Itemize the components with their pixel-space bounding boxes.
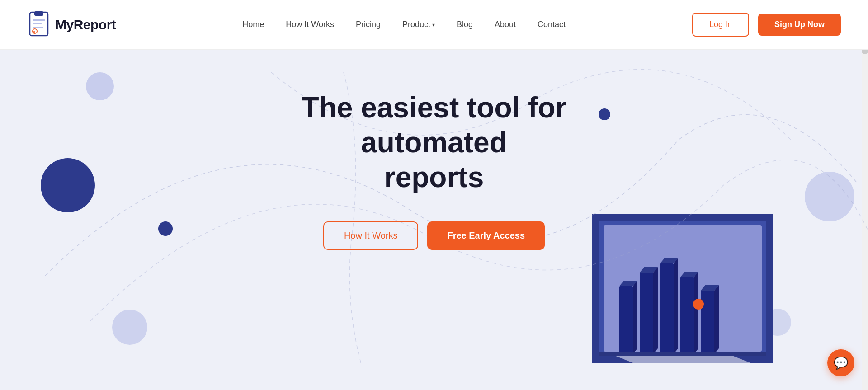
nav-item-how-it-works[interactable]: How It Works <box>286 20 334 29</box>
hero-title: The easiest tool for automated reports <box>253 90 615 194</box>
logo[interactable]: a MyReport <box>27 11 116 38</box>
circle-light-right-large <box>805 172 854 221</box>
brand-name: MyReport <box>55 17 116 33</box>
svg-rect-22 <box>701 291 714 354</box>
signup-button[interactable]: Sign Up Now <box>758 14 841 36</box>
nav-link-how-it-works[interactable]: How It Works <box>286 20 334 29</box>
chat-bubble-button[interactable]: 💬 <box>827 349 854 376</box>
circle-dark-small <box>158 221 173 236</box>
svg-text:a: a <box>33 30 36 34</box>
circle-light-top-left <box>86 72 114 100</box>
svg-rect-16 <box>660 263 674 354</box>
logo-icon: a <box>27 11 51 38</box>
svg-rect-2 <box>33 19 45 21</box>
hero-buttons: How It Works Free Early Access <box>323 221 545 250</box>
nav-link-pricing[interactable]: Pricing <box>356 20 381 29</box>
hero-section: The easiest tool for automated reports H… <box>0 50 868 390</box>
nav-link-product[interactable]: Product ▾ <box>402 20 435 29</box>
login-button[interactable]: Log In <box>692 13 749 37</box>
svg-marker-18 <box>674 258 678 354</box>
svg-rect-1 <box>34 11 43 16</box>
svg-marker-12 <box>633 281 637 354</box>
svg-rect-3 <box>33 23 42 24</box>
nav-link-contact[interactable]: Contact <box>538 20 566 29</box>
nav-actions: Log In Sign Up Now <box>692 13 841 37</box>
nav-item-home[interactable]: Home <box>242 20 264 29</box>
svg-marker-15 <box>653 267 658 354</box>
nav-link-home[interactable]: Home <box>242 20 264 29</box>
nav-item-contact[interactable]: Contact <box>538 20 566 29</box>
nav-links: Home How It Works Pricing Product ▾ Blog… <box>242 20 566 29</box>
chat-icon: 💬 <box>834 356 848 370</box>
scrollbar-track[interactable] <box>862 0 868 390</box>
svg-rect-4 <box>33 27 43 28</box>
svg-rect-19 <box>680 277 694 354</box>
svg-rect-13 <box>640 273 653 354</box>
hero-how-works-button[interactable]: How It Works <box>323 221 419 250</box>
svg-marker-21 <box>694 272 698 354</box>
hero-early-access-button[interactable]: Free Early Access <box>427 221 545 250</box>
nav-item-product[interactable]: Product ▾ <box>402 20 435 29</box>
nav-item-blog[interactable]: Blog <box>457 20 473 29</box>
circle-light-bottom-left <box>112 310 147 345</box>
nav-link-about[interactable]: About <box>495 20 516 29</box>
svg-marker-24 <box>714 285 719 354</box>
chevron-down-icon: ▾ <box>432 22 435 28</box>
nav-item-about[interactable]: About <box>495 20 516 29</box>
svg-rect-27 <box>599 352 766 356</box>
circle-dark-large <box>41 158 95 212</box>
svg-point-25 <box>693 299 704 310</box>
nav-link-blog[interactable]: Blog <box>457 20 473 29</box>
nav-item-pricing[interactable]: Pricing <box>356 20 381 29</box>
navbar: a MyReport Home How It Works Pricing Pro… <box>0 0 868 50</box>
svg-rect-10 <box>619 286 633 354</box>
